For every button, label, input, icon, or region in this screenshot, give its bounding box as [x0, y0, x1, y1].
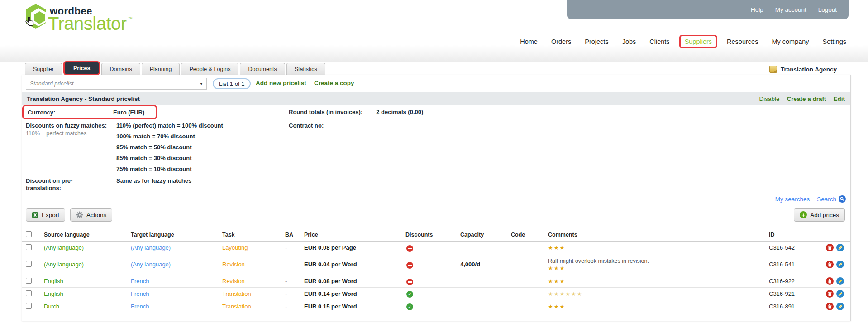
comment-text: Ralf might overlook mistakes in revision…	[548, 258, 769, 265]
main-navigation: Home Orders Projects Jobs Clients Suppli…	[0, 36, 846, 47]
edit-icon[interactable]	[836, 277, 844, 285]
search-link[interactable]: Search	[817, 195, 846, 203]
pricelist-select[interactable]: Standard pricelist ▼	[26, 78, 207, 90]
delete-icon[interactable]	[826, 290, 834, 298]
source-language-link[interactable]: Dutch	[44, 303, 131, 310]
search-icon	[839, 195, 846, 203]
source-language-link[interactable]: English	[44, 278, 131, 284]
add-prices-button[interactable]: + Add prices	[794, 208, 845, 222]
delete-icon[interactable]	[826, 261, 834, 268]
rating-stars: ★★★	[548, 245, 565, 251]
tab-planning[interactable]: Planning	[142, 63, 180, 75]
discount-status-icon	[406, 303, 413, 310]
task-link[interactable]: Revision	[222, 278, 285, 284]
actions-button[interactable]: Actions	[70, 208, 112, 222]
add-prices-button-label: Add prices	[810, 212, 839, 218]
nav-home[interactable]: Home	[520, 38, 538, 45]
logo-product-text: Translator	[48, 14, 127, 34]
my-account-link[interactable]: My account	[775, 6, 806, 13]
delete-icon[interactable]	[826, 277, 834, 285]
target-language-link[interactable]: French	[131, 278, 222, 284]
user-toolbar: Help My account Logout	[567, 0, 849, 19]
pricelist-select-value: Standard pricelist	[26, 81, 196, 87]
pricelist-title: Translation Agency - Standard pricelist	[22, 95, 759, 102]
add-new-pricelist-link[interactable]: Add new pricelist	[256, 80, 306, 86]
tab-supplier[interactable]: Supplier	[25, 63, 62, 75]
help-link[interactable]: Help	[751, 6, 763, 13]
col-task: Task	[222, 232, 285, 238]
row-checkbox[interactable]	[26, 244, 32, 250]
delete-icon[interactable]	[826, 303, 834, 310]
nav-clients[interactable]: Clients	[649, 38, 669, 45]
create-a-copy-link[interactable]: Create a copy	[314, 80, 354, 86]
tab-band-background	[0, 45, 868, 62]
round-totals-value: 2 decimals (0.00)	[362, 109, 423, 115]
task-link[interactable]: Revision	[222, 261, 285, 268]
tab-documents[interactable]: Documents	[240, 63, 285, 75]
nav-settings[interactable]: Settings	[823, 38, 846, 45]
target-language-link[interactable]: (Any language)	[131, 244, 222, 251]
tab-statistics[interactable]: Statistics	[286, 63, 325, 75]
edit-icon[interactable]	[836, 261, 844, 268]
logo-trademark: ™	[128, 16, 133, 21]
hand-cursor-icon	[25, 16, 36, 28]
task-link[interactable]: Translation	[222, 303, 285, 310]
col-code: Code	[511, 232, 548, 238]
row-id: C316-922	[769, 278, 826, 284]
tab-prices[interactable]: Prices	[63, 61, 100, 75]
fuzzy-value-line: 85% match = 30% discount	[116, 155, 223, 161]
actions-button-label: Actions	[86, 212, 106, 218]
nav-resources[interactable]: Resources	[727, 38, 758, 45]
select-all-checkbox[interactable]	[26, 231, 32, 237]
col-comments: Comments	[548, 232, 769, 238]
source-language-link[interactable]: (Any language)	[44, 244, 131, 251]
currency-highlight-box: Currency: Euro (EUR)	[22, 105, 157, 119]
my-searches-link[interactable]: My searches	[775, 196, 810, 203]
export-button[interactable]: Export	[26, 208, 65, 222]
excel-icon	[32, 212, 38, 218]
nav-my-company[interactable]: My company	[772, 38, 809, 45]
row-checkbox[interactable]	[26, 290, 32, 296]
create-draft-link[interactable]: Create a draft	[787, 95, 826, 102]
row-checkbox[interactable]	[26, 261, 32, 267]
list-count-badge: List 1 of 1	[213, 78, 251, 89]
col-ba: BA	[285, 232, 304, 238]
disable-link[interactable]: Disable	[759, 95, 779, 102]
pricelist-section-header: Translation Agency - Standard pricelist …	[22, 92, 850, 105]
nav-projects[interactable]: Projects	[585, 38, 608, 45]
wordbee-logo[interactable]: wordbee Translator ™	[25, 3, 170, 34]
currency-value: Euro (EUR)	[113, 109, 144, 116]
edit-icon[interactable]	[836, 244, 844, 251]
gear-icon	[76, 211, 83, 218]
tab-people-logins[interactable]: People & Logins	[181, 63, 238, 75]
fuzzy-value-line: 95% match = 50% discount	[116, 144, 223, 151]
target-language-link[interactable]: French	[131, 303, 222, 310]
target-language-link[interactable]: French	[131, 290, 222, 297]
nav-orders[interactable]: Orders	[551, 38, 571, 45]
edit-icon[interactable]	[836, 290, 844, 298]
supplier-tabs: Supplier Prices Domains Planning People …	[25, 62, 325, 75]
task-link[interactable]: Layouting	[222, 244, 285, 251]
ba-value: -	[285, 244, 304, 251]
nav-suppliers[interactable]: Suppliers	[679, 35, 717, 48]
pretranslation-discount-label: Discount on pre-translations:	[26, 177, 98, 192]
target-language-link[interactable]: (Any language)	[131, 261, 222, 268]
currency-label: Currency:	[24, 109, 113, 116]
edit-link[interactable]: Edit	[834, 95, 845, 102]
logout-link[interactable]: Logout	[818, 6, 837, 13]
price-value: EUR 0.15 per Word	[304, 303, 405, 310]
row-checkbox[interactable]	[26, 303, 32, 309]
delete-icon[interactable]	[826, 244, 834, 251]
task-link[interactable]: Translation	[222, 290, 285, 297]
nav-jobs[interactable]: Jobs	[622, 38, 636, 45]
edit-icon[interactable]	[836, 303, 844, 310]
source-language-link[interactable]: English	[44, 290, 131, 297]
tab-domains[interactable]: Domains	[101, 63, 140, 75]
fuzzy-value-line: 110% (perfect) match = 100% discount	[116, 122, 223, 129]
source-language-link[interactable]: (Any language)	[44, 261, 131, 268]
fuzzy-value-line: 75% match = 10% discount	[116, 166, 223, 172]
table-row: English French Revision - EUR 0.08 per W…	[22, 275, 850, 288]
discount-status-icon	[406, 262, 413, 269]
row-checkbox[interactable]	[26, 278, 32, 284]
col-capacity: Capacity	[460, 232, 511, 238]
